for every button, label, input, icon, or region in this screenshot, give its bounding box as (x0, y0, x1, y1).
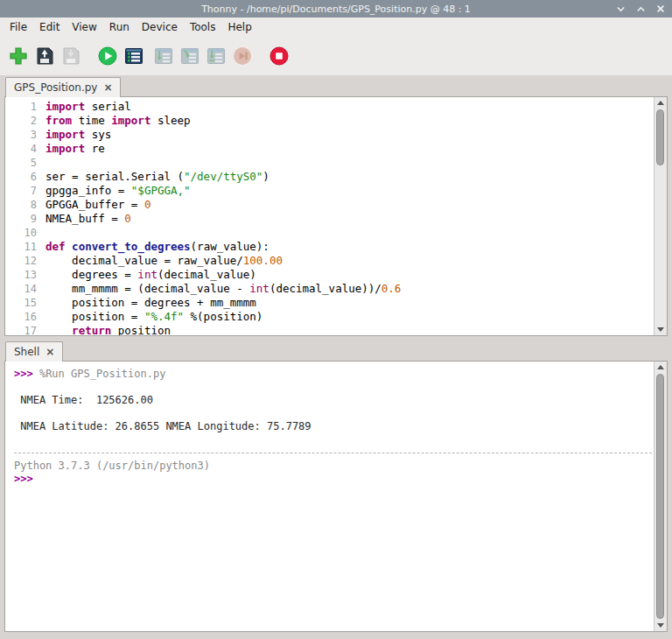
code-line: 4import re (5, 142, 654, 156)
shell-line: Python 3.7.3 (/usr/bin/python3) (14, 460, 654, 473)
close-icon (656, 4, 665, 13)
shell-line: NMEA Latitude: 26.8655 NMEA Longitude: 7… (14, 420, 654, 433)
shell-scrollbar[interactable] (654, 362, 667, 631)
shell-tab-close-icon[interactable]: × (46, 348, 54, 356)
menu-item-edit[interactable]: Edit (33, 18, 66, 36)
new-file-button[interactable] (8, 46, 29, 67)
code-editor[interactable]: 1import serial2from time import sleep3im… (5, 97, 654, 335)
shell-line: NMEA Time: 125626.00 (14, 394, 654, 407)
window-controls (615, 0, 666, 18)
tab-close-icon[interactable]: × (103, 83, 112, 92)
scroll-down-icon[interactable] (654, 324, 667, 335)
step-over-button (153, 46, 174, 67)
code-line: 14 mm_mmmm = (decimal_value - int(decima… (5, 282, 654, 296)
scroll-up-icon[interactable] (654, 362, 667, 373)
line-number: 16 (5, 310, 37, 324)
menu-item-device[interactable]: Device (136, 18, 184, 36)
shell-line (14, 433, 654, 446)
step-out-icon (206, 46, 227, 67)
line-number: 2 (5, 114, 37, 128)
line-number: 11 (5, 240, 37, 254)
code-line: 16 position = "%.4f" %(position) (5, 310, 654, 324)
resume-button (232, 46, 253, 67)
save-floppy-icon (60, 46, 81, 67)
line-number: 14 (5, 282, 37, 296)
line-number: 3 (5, 128, 37, 142)
chevron-down-icon (616, 5, 626, 13)
menu-item-file[interactable]: File (4, 18, 33, 36)
tab-shell[interactable]: Shell × (5, 341, 63, 362)
code-line: 2from time import sleep (5, 114, 654, 128)
title-bar[interactable]: Thonny - /home/pi/Documents/GPS_Position… (0, 0, 672, 18)
thonny-window: Thonny - /home/pi/Documents/GPS_Position… (0, 0, 672, 639)
stop-icon (269, 46, 290, 67)
scroll-up-icon[interactable] (654, 97, 667, 109)
debug-list-icon (123, 46, 144, 67)
shell-scroll-thumb[interactable] (656, 374, 664, 619)
line-number: 12 (5, 254, 37, 268)
maximize-button[interactable] (635, 4, 646, 14)
shell-scroll-trough[interactable] (654, 373, 667, 620)
shell-tab-label: Shell (14, 346, 39, 358)
step-into-icon (179, 46, 200, 67)
shell-line: >>> (14, 473, 654, 486)
code-line: 9NMEA_buff = 0 (5, 212, 654, 226)
menu-item-view[interactable]: View (66, 18, 102, 36)
debug-button[interactable] (123, 46, 144, 67)
code-line: 13 degrees = int(decimal_value) (5, 268, 654, 282)
code-line: 11def convert_to_degrees(raw_value): (5, 240, 654, 254)
scroll-down-icon[interactable] (654, 620, 667, 631)
run-play-icon (97, 46, 118, 67)
line-number: 10 (5, 226, 37, 240)
chevron-up-icon (636, 5, 646, 13)
line-number: 4 (5, 142, 37, 156)
code-line: 8GPGGA_buffer = 0 (5, 198, 654, 212)
menu-item-run[interactable]: Run (103, 18, 136, 36)
editor-tab-label: GPS_Position.py (14, 81, 97, 94)
code-line: 17 return position (5, 324, 654, 335)
step-into-button (179, 46, 200, 67)
run-button[interactable] (97, 46, 118, 67)
restart-separator (14, 446, 654, 460)
shell-output[interactable]: >>> %Run GPS_Position.py NMEA Time: 1256… (5, 362, 654, 631)
code-line: 5 (5, 156, 654, 170)
shell-line: >>> %Run GPS_Position.py (14, 368, 654, 381)
line-number: 7 (5, 184, 37, 198)
line-number: 8 (5, 198, 37, 212)
menu-bar: FileEditViewRunDeviceToolsHelp (0, 18, 672, 37)
open-file-button[interactable] (34, 46, 55, 67)
tab-gps-position-py[interactable]: GPS_Position.py × (5, 77, 121, 97)
resume-icon (232, 46, 253, 67)
line-number: 1 (5, 100, 37, 114)
editor-tab-bar: GPS_Position.py × (0, 75, 672, 96)
step-over-icon (153, 46, 174, 67)
close-button[interactable] (655, 4, 666, 14)
editor-scroll-trough[interactable] (654, 109, 667, 324)
code-line: 7gpgga_info = "$GPGGA," (5, 184, 654, 198)
code-line: 15 position = degrees + mm_mmmm (5, 296, 654, 310)
code-line: 3import sys (5, 128, 654, 142)
toolbar (0, 37, 672, 75)
menu-item-tools[interactable]: Tools (184, 18, 222, 36)
shell-panel: >>> %Run GPS_Position.py NMEA Time: 1256… (4, 361, 668, 632)
minimize-button[interactable] (615, 4, 626, 14)
shell-line (14, 381, 654, 394)
step-out-button (206, 46, 227, 67)
menu-item-help[interactable]: Help (221, 18, 257, 36)
window-title: Thonny - /home/pi/Documents/GPS_Position… (201, 4, 471, 15)
status-strip (0, 632, 672, 639)
editor-scrollbar[interactable] (654, 97, 667, 335)
code-line: 10 (5, 226, 654, 240)
plus-icon (8, 46, 29, 67)
line-number: 6 (5, 170, 37, 184)
editor-scroll-thumb[interactable] (656, 109, 664, 165)
line-number: 15 (5, 296, 37, 310)
save-file-button (60, 46, 81, 67)
shell-line (14, 407, 654, 420)
line-number: 17 (5, 324, 37, 335)
code-line: 6ser = serial.Serial ("/dev/ttyS0") (5, 170, 654, 184)
code-line: 12 decimal_value = raw_value/100.00 (5, 254, 654, 268)
shell-tab-bar: Shell × (0, 340, 672, 361)
stop-button[interactable] (269, 46, 290, 67)
code-line: 1import serial (5, 100, 654, 114)
